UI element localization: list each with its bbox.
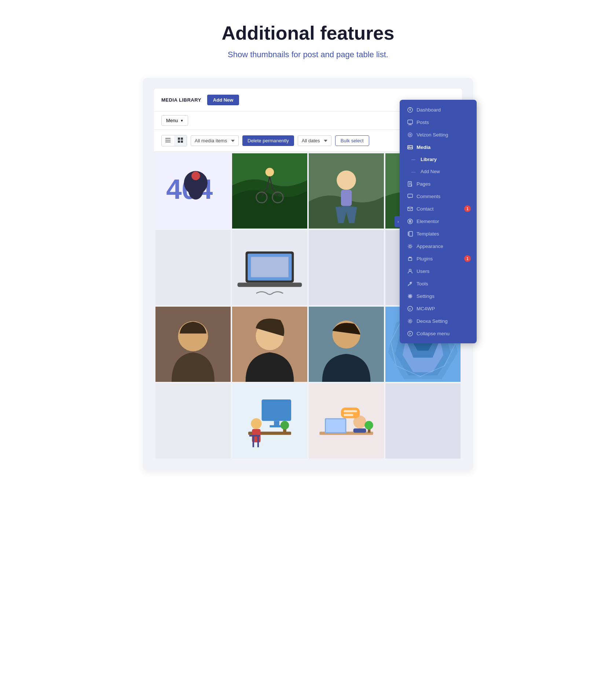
dashboard-label: Dashboard: [417, 107, 441, 113]
image-cell-2[interactable]: [232, 153, 307, 229]
users-icon: [407, 268, 413, 274]
velzon-icon: [407, 132, 413, 138]
sidebar-item-elementor[interactable]: Elementor: [400, 215, 477, 227]
tools-label: Tools: [417, 281, 428, 286]
sidebar-item-settings[interactable]: Settings: [400, 290, 477, 302]
sidebar-item-collapse[interactable]: Collapse menu: [400, 327, 477, 340]
svg-point-85: [409, 269, 411, 271]
sidebar-item-mc4wp[interactable]: M MC4WP: [400, 302, 477, 315]
elementor-label: Elementor: [417, 219, 439, 224]
contact-label: Contact: [417, 206, 434, 212]
list-view-button[interactable]: [162, 135, 174, 146]
grid-view-button[interactable]: [174, 135, 187, 146]
sidebar-item-templates[interactable]: Templates: [400, 227, 477, 240]
sidebar-item-plugins[interactable]: Plugins 1: [400, 252, 477, 265]
pages-label: Pages: [417, 181, 430, 187]
plugins-label: Plugins: [417, 256, 433, 262]
mc4wp-icon: M: [407, 306, 413, 311]
sidebar-item-pages[interactable]: Pages: [400, 178, 477, 190]
image-cell-14[interactable]: [232, 383, 307, 459]
image-cell-15[interactable]: [309, 383, 384, 459]
media-filter-select[interactable]: All media items: [191, 135, 239, 146]
svg-rect-76: [411, 184, 412, 186]
view-toggle: [161, 135, 187, 146]
sidebar-item-tools[interactable]: Tools: [400, 277, 477, 290]
svg-rect-55: [326, 419, 345, 432]
page-title: Additional features: [222, 22, 395, 44]
templates-label: Templates: [417, 231, 439, 237]
svg-point-79: [407, 219, 412, 223]
pages-icon: [407, 181, 413, 187]
svg-point-64: [409, 109, 411, 110]
appearance-icon: [407, 243, 413, 249]
sidebar-item-comments[interactable]: Comments: [400, 190, 477, 202]
svg-point-48: [280, 421, 289, 430]
svg-rect-4: [181, 138, 183, 140]
svg-rect-6: [181, 140, 183, 143]
svg-rect-41: [262, 399, 292, 421]
svg-rect-5: [178, 140, 180, 143]
svg-rect-57: [353, 428, 366, 433]
svg-point-89: [409, 320, 411, 322]
svg-rect-18: [341, 190, 352, 206]
svg-rect-1: [165, 140, 170, 140]
sidebar-item-users[interactable]: Users: [400, 265, 477, 277]
sidebar-item-dashboard[interactable]: Dashboard: [400, 103, 477, 116]
settings-icon: [407, 293, 413, 299]
svg-rect-3: [178, 138, 180, 140]
image-cell-7[interactable]: [309, 230, 384, 305]
svg-point-45: [251, 418, 261, 429]
settings-label: Settings: [417, 293, 434, 299]
svg-point-11: [188, 180, 203, 200]
collapse-label: Collapse menu: [417, 331, 450, 336]
svg-point-69: [409, 134, 411, 135]
image-cell-5[interactable]: [155, 230, 231, 305]
appearance-label: Appearance: [417, 244, 443, 249]
svg-rect-77: [407, 194, 412, 197]
sidebar-item-posts[interactable]: Posts: [400, 116, 477, 128]
elementor-icon: [407, 218, 413, 224]
bulk-select-button[interactable]: Bulk select: [335, 135, 369, 146]
media-icon: [407, 144, 413, 150]
svg-rect-24: [238, 283, 302, 287]
deoxa-icon: [407, 318, 413, 324]
menu-button[interactable]: Menu: [161, 115, 188, 126]
add-new-label: Add New: [421, 169, 440, 174]
date-filter-select[interactable]: All dates: [298, 135, 331, 146]
tools-icon: [407, 281, 413, 286]
sidebar-item-contact[interactable]: Contact 1: [400, 202, 477, 215]
svg-rect-60: [344, 414, 353, 416]
sidebar-item-media[interactable]: Media: [400, 141, 477, 153]
contact-badge: 1: [464, 205, 471, 212]
sidebar-item-add-new[interactable]: Add New: [400, 165, 477, 178]
library-label: Library: [421, 157, 437, 162]
svg-rect-81: [410, 220, 411, 223]
sidebar-item-library[interactable]: Library: [400, 153, 477, 165]
svg-rect-66: [407, 120, 412, 123]
contact-icon: [407, 206, 413, 212]
add-new-button[interactable]: Add New: [207, 95, 239, 105]
image-cell-9[interactable]: [155, 307, 231, 382]
plugins-badge: 1: [464, 255, 471, 262]
page-subtitle: Show thumbnails for post and page table …: [222, 50, 395, 59]
velzon-label: Velzon Setting: [417, 132, 448, 138]
sidebar-item-velzon-setting[interactable]: Velzon Setting: [400, 128, 477, 141]
media-label: Media: [417, 145, 430, 150]
svg-point-62: [364, 421, 373, 430]
image-cell-3[interactable]: [309, 153, 384, 229]
image-cell-1[interactable]: 404: [155, 153, 231, 229]
sidebar-item-deoxa[interactable]: Deoxa Setting: [400, 315, 477, 327]
plugins-icon: [407, 256, 413, 262]
image-cell-16[interactable]: [385, 383, 461, 459]
svg-rect-84: [408, 257, 411, 260]
svg-rect-49: [249, 435, 260, 437]
image-cell-10[interactable]: [232, 307, 307, 382]
comments-icon: [407, 193, 413, 199]
svg-rect-50: [253, 437, 254, 447]
svg-rect-80: [409, 220, 410, 223]
image-cell-11[interactable]: [309, 307, 384, 382]
image-cell-6[interactable]: [232, 230, 307, 305]
delete-permanently-button[interactable]: Delete permanently: [242, 135, 294, 146]
sidebar-item-appearance[interactable]: Appearance: [400, 240, 477, 252]
image-cell-13[interactable]: [155, 383, 231, 459]
